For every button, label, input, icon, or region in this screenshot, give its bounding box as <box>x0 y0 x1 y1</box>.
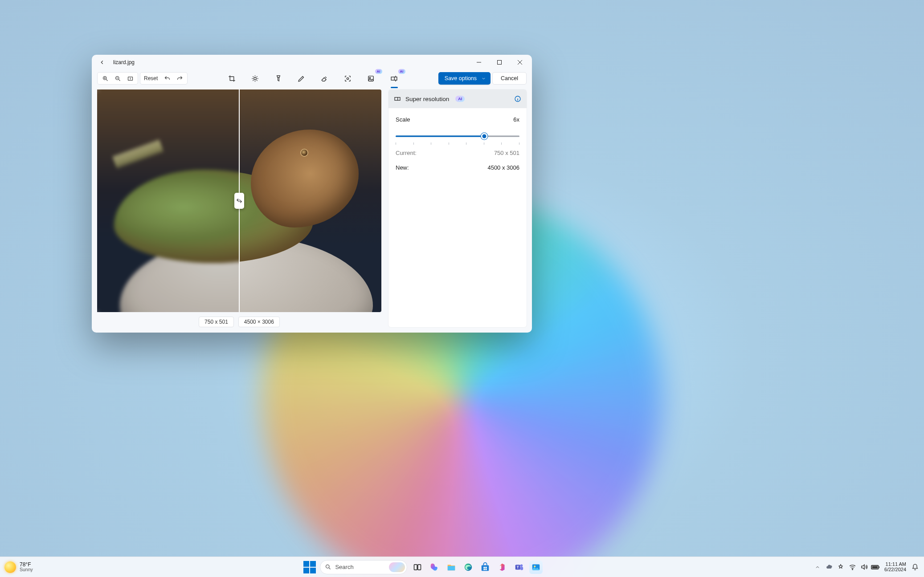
super-resolution-button[interactable]: AI <box>388 72 401 85</box>
search-icon <box>325 564 331 570</box>
new-dims-pill: 4500 × 3006 <box>238 317 280 327</box>
clock-date: 6/22/2024 <box>884 567 906 573</box>
new-value: 4500 x 3006 <box>487 164 519 171</box>
window-controls <box>469 55 530 70</box>
volume-icon[interactable] <box>859 563 868 572</box>
svg-rect-18 <box>484 569 485 570</box>
filter-tool-button[interactable] <box>272 72 285 85</box>
cancel-label: Cancel <box>501 75 518 81</box>
edge-button[interactable] <box>462 561 475 574</box>
canvas-column: 750 x 501 4500 × 3006 <box>97 89 381 327</box>
store-button[interactable] <box>478 561 492 574</box>
cancel-button[interactable]: Cancel <box>492 72 527 85</box>
svg-rect-19 <box>486 569 487 570</box>
original-dims-pill: 750 x 501 <box>199 317 234 327</box>
history-controls: Reset <box>140 72 188 85</box>
scale-label: Scale <box>396 116 410 123</box>
search-highlight-art <box>389 562 405 572</box>
teams-button[interactable]: T <box>512 561 526 574</box>
erase-tool-button[interactable] <box>318 72 331 85</box>
minimize-button[interactable] <box>469 55 489 70</box>
svg-rect-17 <box>486 567 487 568</box>
onedrive-icon[interactable] <box>825 563 834 572</box>
svg-rect-12 <box>414 565 417 570</box>
scale-value: 6x <box>513 116 519 123</box>
svg-rect-29 <box>879 566 880 568</box>
fit-to-screen-button[interactable] <box>124 73 136 84</box>
reset-button[interactable]: Reset <box>142 75 160 81</box>
start-button[interactable] <box>303 561 316 574</box>
battery-icon[interactable] <box>871 563 880 572</box>
panel-info-button[interactable] <box>514 95 521 102</box>
scale-row: Scale 6x <box>396 116 519 123</box>
svg-rect-13 <box>418 565 421 570</box>
back-button[interactable] <box>97 57 107 67</box>
file-explorer-button[interactable] <box>445 561 458 574</box>
panel-ai-badge: AI <box>455 96 465 102</box>
svg-point-7 <box>369 77 371 78</box>
new-label: New: <box>396 164 409 171</box>
taskbar-search[interactable]: Search <box>320 560 407 574</box>
super-resolution-panel: Super resolution AI Scale 6x C <box>388 89 527 327</box>
generative-fill-button[interactable]: AI <box>364 72 378 85</box>
task-view-button[interactable] <box>411 561 424 574</box>
photos-editor-window: lizard.jpg <box>92 55 532 333</box>
tray-overflow-button[interactable] <box>813 563 822 572</box>
svg-point-4 <box>254 77 257 80</box>
background-remove-button[interactable] <box>341 72 355 85</box>
titlebar: lizard.jpg <box>92 55 532 70</box>
notifications-button[interactable] <box>911 563 920 572</box>
compare-original-overlay <box>97 89 239 312</box>
adjust-tool-button[interactable] <box>249 72 262 85</box>
taskbar-clock[interactable]: 11:11 AM 6/22/2024 <box>884 562 906 572</box>
save-options-label: Save options <box>445 75 477 81</box>
svg-text:T: T <box>517 565 519 569</box>
wifi-icon[interactable] <box>848 563 857 572</box>
image-lizard-head <box>251 130 359 228</box>
clock-time: 11:11 AM <box>886 562 906 567</box>
image-compare-canvas[interactable] <box>97 89 381 312</box>
search-placeholder: Search <box>335 564 353 570</box>
markup-tool-button[interactable] <box>295 72 308 85</box>
close-button[interactable] <box>510 55 530 70</box>
current-label: Current: <box>396 150 417 156</box>
zoom-controls <box>97 72 138 85</box>
chevron-down-icon <box>481 76 486 81</box>
svg-rect-15 <box>482 565 489 571</box>
zoom-in-button[interactable] <box>99 73 111 84</box>
taskbar: 78°F Sunny Search T <box>0 557 924 577</box>
crop-tool-button[interactable] <box>225 72 239 85</box>
current-value: 750 x 501 <box>494 150 519 156</box>
ai-badge-icon: AI <box>398 69 405 74</box>
ai-badge-icon: AI <box>375 69 382 74</box>
svg-point-26 <box>852 569 852 569</box>
compare-handle[interactable] <box>234 193 244 209</box>
redo-button[interactable] <box>174 73 185 84</box>
weather-icon <box>4 561 16 573</box>
svg-point-22 <box>520 564 523 567</box>
save-options-button[interactable]: Save options <box>438 72 491 85</box>
copilot-tray-icon[interactable] <box>836 563 845 572</box>
window-title: lizard.jpg <box>113 59 135 65</box>
scale-slider[interactable] <box>396 131 519 142</box>
super-resolution-icon <box>394 95 401 102</box>
m365-button[interactable] <box>495 561 509 574</box>
svg-rect-8 <box>391 77 394 80</box>
copilot-button[interactable] <box>428 561 441 574</box>
panel-title: Super resolution <box>405 96 449 102</box>
svg-rect-23 <box>520 567 523 570</box>
photos-app-button[interactable] <box>529 561 543 574</box>
new-dims-row: New: 4500 x 3006 <box>396 164 519 171</box>
panel-header: Super resolution AI <box>388 89 527 108</box>
maximize-button[interactable] <box>489 55 510 70</box>
panel-body: Scale 6x Current: 750 x 501 New: 4500 x … <box>388 108 527 179</box>
svg-rect-28 <box>872 566 878 568</box>
taskbar-weather[interactable]: 78°F Sunny <box>4 561 33 573</box>
taskbar-center: Search T <box>303 560 543 574</box>
edit-tools: AI AI <box>225 72 401 85</box>
zoom-out-button[interactable] <box>112 73 123 84</box>
editor-toolbar: Reset <box>92 70 532 87</box>
windows-logo-icon <box>303 561 316 573</box>
svg-point-11 <box>326 565 330 569</box>
undo-button[interactable] <box>161 73 173 84</box>
